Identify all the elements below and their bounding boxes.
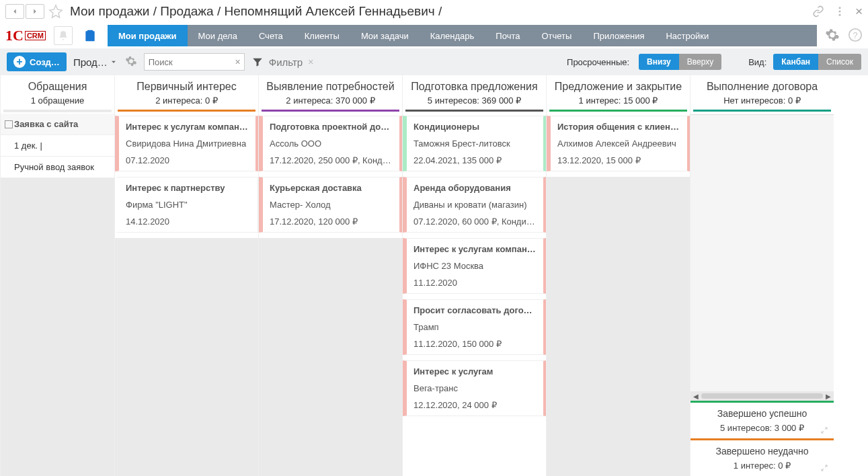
nav-forward-button[interactable] [26,4,44,19]
notifications-button[interactable] [54,26,73,45]
column-title: Выявление потребностей [262,81,399,93]
gear-icon [125,55,137,67]
column-subtitle: Нет интересов: 0 ₽ [693,95,831,106]
deal-card[interactable]: Интерес к услугам компании ИФНС 23 Москв… [403,238,546,294]
card-client: Вега-транс [413,383,537,393]
card-title: Кондиционеры [413,122,537,132]
card-client: Трамп [413,322,537,332]
scroll-left-icon[interactable]: ◀ [693,393,699,400]
create-button-label: Созд… [30,57,60,67]
tab-invoices[interactable]: Счета [248,25,294,46]
link-icon[interactable] [812,5,824,17]
gear-icon [825,28,840,42]
result-fail-block[interactable]: Завершено неудачно 1 интерес: 0 ₽ [691,438,834,476]
column-subtitle: 5 интересов: 369 000 ₽ [405,95,543,106]
card-title: Подготовка проектной докум.. [270,122,393,132]
arrow-right-icon [30,7,40,16]
favorite-button[interactable] [47,3,65,19]
plus-icon: + [13,56,26,68]
card-title: Интерес к услугам компании [126,122,249,132]
overdue-label: Просроченные: [567,57,629,67]
clipboard-icon [83,28,97,43]
card-meta: 07.12.2020 [126,155,249,165]
card-meta: 11.12.2020 [413,278,537,288]
tab-my-tasks[interactable]: Мои задачи [350,25,420,46]
card-title: Аренда оборудования [413,183,537,193]
deal-card[interactable]: Курьерская доставка Мастер- Холод 17.12.… [259,177,402,233]
result-title: Завершено неудачно [697,446,827,457]
card-client: Диваны и кровати (магазин) [413,200,537,210]
deal-card[interactable]: История общения с клиентом Алхимов Алекс… [547,116,690,171]
card-title: Интерес к услугам [413,366,537,376]
inquiry-row[interactable]: Заявка с сайта [1,114,114,135]
card-meta: 07.12.2020, 60 000 ₽, Кондицион. [413,216,537,227]
card-meta: 14.12.2020 [126,216,251,227]
card-meta: 12.12.2020, 24 000 ₽ [413,400,537,410]
deal-card[interactable]: Аренда оборудования Диваны и кровати (ма… [403,177,546,233]
view-list-button[interactable]: Список [818,54,861,70]
deal-card[interactable]: Интерес к партнерству Фирма "LIGHT" 14.1… [115,177,258,233]
column-scrollbar[interactable]: ◀ ▶ [691,391,834,401]
close-button[interactable]: × [855,4,863,19]
deal-card[interactable]: Интерес к услугам компании Свиридова Нин… [115,116,258,171]
filter-label[interactable]: Фильтр [269,56,303,68]
column-title: Предложение и закрытие [549,81,687,93]
column-subtitle: 2 интереса: 370 000 ₽ [262,95,399,106]
column-subtitle: 2 интереса: 0 ₽ [118,95,255,106]
svg-point-1 [838,11,840,13]
card-client: Фирма "LIGHT" [126,200,251,210]
card-meta: 13.12.2020, 15 000 ₽ [557,155,680,165]
card-client: Свиридова Нина Дмитриевна [126,138,249,149]
toolbar-settings-button[interactable] [125,55,137,69]
tab-reports[interactable]: Отчеты [530,25,582,46]
overdue-bottom-button[interactable]: Внизу [639,54,679,70]
result-success-block[interactable]: Завершено успешно 5 интересов: 3 000 ₽ [691,401,834,438]
create-button[interactable]: + Созд… [7,52,67,71]
tab-mail[interactable]: Почта [485,25,530,46]
expand-icon[interactable] [820,426,828,434]
search-input[interactable] [144,53,245,71]
type-select[interactable]: Прод… [73,56,118,68]
result-sub: 5 интересов: 3 000 ₽ [697,423,827,433]
settings-gear-button[interactable] [825,28,840,44]
tab-my-deals[interactable]: Мои дела [188,25,248,46]
type-select-label: Прод… [73,56,108,68]
card-client: ИФНС 23 Москва [413,261,537,271]
inquiry-row[interactable]: 1 дек. | [1,135,114,157]
tab-calendar[interactable]: Календарь [420,25,485,46]
filter-clear-button[interactable]: × [308,56,313,67]
deal-card[interactable]: Кондиционеры Таможня Брест-литовск 22.04… [403,116,546,171]
deal-card[interactable]: Просит согласовать договор .. Трамп 11.1… [403,299,546,355]
search-clear-button[interactable]: × [235,56,241,67]
bell-icon [58,30,69,41]
main-nav-tabs: Мои продажи Мои дела Счета Клиенты Мои з… [108,25,817,46]
inquiry-row[interactable]: Ручной ввод заявок [1,157,114,178]
result-sub: 1 интерес: 0 ₽ [697,461,827,471]
scroll-right-icon[interactable]: ▶ [826,393,831,400]
expand-icon[interactable] [820,464,828,472]
help-button[interactable]: ? [848,28,863,44]
breadcrumb: Мои продажи / Продажа / Непомнящий Алекс… [70,4,810,19]
tab-settings[interactable]: Настройки [655,25,719,46]
more-icon[interactable] [834,5,846,17]
clipboard-button[interactable] [81,26,100,45]
deal-card[interactable]: Интерес к услугам Вега-транс 12.12.2020,… [403,360,546,416]
filter-icon[interactable] [251,56,264,68]
card-title: Интерес к партнерству [126,183,251,193]
tab-my-sales[interactable]: Мои продажи [108,25,188,46]
overdue-top-button[interactable]: Вверху [679,54,721,70]
logo-1c-crm: 1СCRM [5,27,46,44]
result-title: Завершено успешно [697,408,827,419]
view-kanban-button[interactable]: Канбан [773,54,818,70]
svg-text:?: ? [853,30,857,40]
column-subtitle: 1 обращение [3,95,112,106]
help-icon: ? [848,28,863,42]
column-title: Обращения [3,81,112,93]
nav-back-button[interactable] [5,4,24,19]
tab-clients[interactable]: Клиенты [294,25,350,46]
card-client: Алхимов Алексей Андреевич [557,138,680,149]
column-title: Подготовка предложения [405,81,543,93]
deal-card[interactable]: Подготовка проектной докум.. Ассоль ООО … [259,116,402,171]
tab-apps[interactable]: Приложения [582,25,655,46]
card-client: Ассоль ООО [270,138,393,149]
